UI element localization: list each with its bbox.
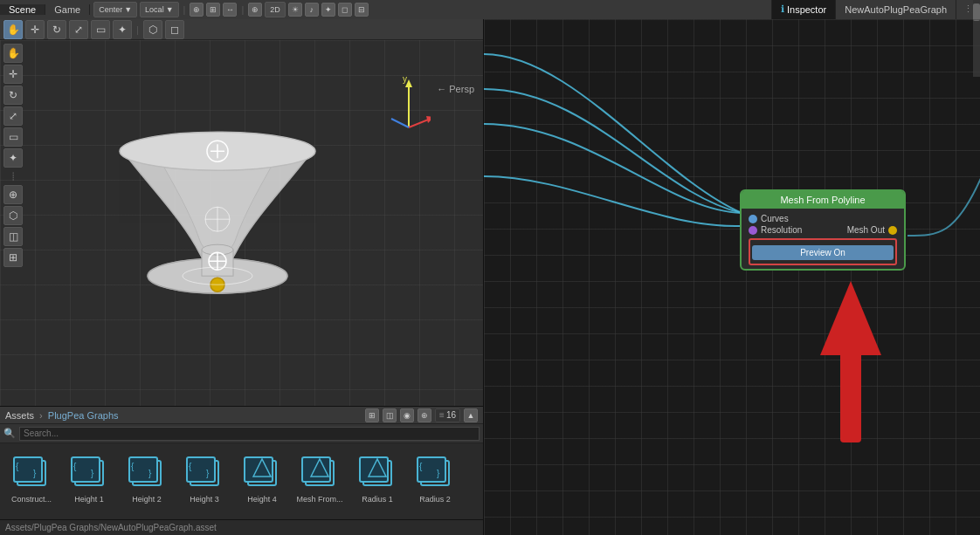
tab-inspector[interactable]: ℹ Inspector bbox=[772, 0, 836, 19]
asset-icon-radius1 bbox=[356, 450, 398, 492]
2d-btn[interactable]: 2D bbox=[265, 2, 286, 17]
node-header: Mesh From Polyline bbox=[742, 191, 904, 209]
node-button-container: Preview On bbox=[749, 238, 897, 265]
asset-label-radius1: Radius 1 bbox=[362, 495, 393, 504]
lt-hand[interactable]: ✋ bbox=[3, 44, 23, 63]
asset-label-construct: Construct... bbox=[11, 495, 52, 504]
arrow-annotation bbox=[781, 277, 921, 469]
asset-icon-meshfrom bbox=[299, 450, 341, 492]
asset-label-height3: Height 3 bbox=[190, 495, 219, 504]
svg-rect-42 bbox=[302, 457, 330, 482]
center-btn[interactable]: Center ▼ bbox=[93, 2, 137, 17]
toolbar-icon-2[interactable]: ⊞ bbox=[206, 3, 220, 17]
node-body: Curves Resolution Mesh Out Preview On bbox=[742, 209, 904, 269]
tool-transform[interactable]: ✦ bbox=[113, 20, 132, 39]
asset-label-height2: Height 2 bbox=[132, 495, 162, 504]
lt-rect[interactable]: ▭ bbox=[3, 127, 23, 147]
svg-text:y: y bbox=[403, 75, 407, 84]
lt-extra4[interactable]: ⊞ bbox=[3, 248, 23, 267]
assets-icon-3[interactable]: ◉ bbox=[400, 408, 414, 422]
port-row-resolution: Resolution Mesh Out bbox=[749, 225, 897, 235]
asset-icon-height2: { } bbox=[126, 450, 168, 492]
toolbar-icon-light[interactable]: ☀ bbox=[288, 3, 302, 17]
asset-item-height1[interactable]: { } Height 1 bbox=[63, 450, 115, 504]
assets-toolbar: 🔍 bbox=[0, 424, 483, 443]
tab-scene[interactable]: Scene bbox=[0, 4, 45, 15]
svg-rect-39 bbox=[245, 457, 273, 482]
scene-toolbar: ✋ ✛ ↻ ⤢ ▭ ✦ | ⬡ ◻ bbox=[0, 19, 483, 40]
port-resolution-dot bbox=[749, 226, 757, 235]
tool-move[interactable]: ✛ bbox=[25, 20, 45, 39]
asset-label-height1: Height 1 bbox=[74, 495, 104, 504]
toolbar-icon-1[interactable]: ⊕ bbox=[190, 3, 204, 17]
y-axis-indicator: y bbox=[387, 75, 431, 138]
tab-game[interactable]: Game bbox=[45, 4, 90, 15]
asset-item-construct[interactable]: { } Construct... bbox=[5, 450, 58, 504]
persp-label: ← Persp bbox=[437, 84, 474, 94]
left-toolbar: ✋ ✛ ↻ ⤢ ▭ ✦ ⁞ ⊕ ⬡ ◫ ⊞ bbox=[0, 40, 26, 271]
connections-svg bbox=[484, 19, 980, 535]
asset-item-meshfrom[interactable]: Mesh From... bbox=[293, 450, 346, 504]
asset-item-height2[interactable]: { } Height 2 bbox=[121, 450, 173, 504]
3d-mesh bbox=[95, 114, 340, 324]
tool-extra1[interactable]: ⬡ bbox=[143, 20, 162, 39]
asset-label-meshfrom: Mesh From... bbox=[296, 495, 342, 504]
lt-extra3[interactable]: ◫ bbox=[3, 227, 23, 246]
lt-scale[interactable]: ⤢ bbox=[3, 106, 23, 126]
toolbar-icon-3[interactable]: ↔ bbox=[223, 3, 237, 17]
tool-hand[interactable]: ✋ bbox=[3, 20, 23, 39]
mesh-svg bbox=[95, 114, 340, 324]
right-panel: Mesh From Polyline Curves Resolution Mes… bbox=[484, 19, 980, 535]
status-path: Assets/PlugPea Graphs/NewAutoPlugPeaGrap… bbox=[5, 523, 217, 532]
port-row-curves: Curves bbox=[749, 214, 897, 223]
toolbar-icon-sky[interactable]: ◻ bbox=[338, 3, 352, 17]
lt-extra2[interactable]: ⬡ bbox=[3, 206, 23, 225]
assets-icon-2[interactable]: ◫ bbox=[383, 408, 397, 422]
tool-extra2[interactable]: ◻ bbox=[165, 20, 184, 39]
tab-graph[interactable]: NewAutoPlugPeaGraph bbox=[836, 0, 956, 19]
local-btn[interactable]: Local ▼ bbox=[140, 2, 178, 17]
tool-rect[interactable]: ▭ bbox=[91, 20, 110, 39]
asset-icon-construct: { } bbox=[10, 450, 52, 492]
node-mesh-from-polyline: Mesh From Polyline Curves Resolution Mes… bbox=[740, 189, 906, 271]
assets-title: Assets › PlugPea Graphs bbox=[5, 410, 119, 421]
assets-scroll-up[interactable]: ▲ bbox=[464, 408, 478, 422]
port-mesh-out-right: Mesh Out bbox=[847, 225, 897, 235]
port-mesh-out-dot bbox=[888, 226, 897, 235]
toolbar-icon-pivot[interactable]: ⊕ bbox=[248, 3, 262, 17]
assets-icon-4[interactable]: ⊕ bbox=[418, 408, 431, 422]
search-icon: 🔍 bbox=[3, 428, 16, 439]
asset-icon-height3: { } bbox=[183, 450, 225, 492]
asset-icon-height4 bbox=[241, 450, 283, 492]
lt-extra1[interactable]: ⊕ bbox=[3, 185, 23, 204]
port-curves-dot bbox=[749, 215, 757, 223]
toolbar-icon-grid2[interactable]: ⊟ bbox=[355, 3, 369, 17]
axis-svg: y bbox=[387, 75, 431, 136]
asset-item-height3[interactable]: { } Height 3 bbox=[178, 450, 231, 504]
toolbar-icon-fx[interactable]: ✦ bbox=[321, 3, 335, 17]
lt-transform[interactable]: ✦ bbox=[3, 148, 23, 168]
svg-marker-52 bbox=[820, 281, 881, 355]
tool-rotate[interactable]: ↻ bbox=[47, 20, 66, 39]
scene-viewport: ✋ ✛ ↻ ⤢ ▭ ✦ ⁞ ⊕ ⬡ ◫ ⊞ bbox=[0, 40, 483, 406]
assets-search-input[interactable] bbox=[19, 427, 480, 441]
lt-rotate[interactable]: ↻ bbox=[3, 86, 23, 105]
preview-button[interactable]: Preview On bbox=[752, 245, 894, 260]
asset-item-height4[interactable]: Height 4 bbox=[236, 450, 288, 504]
asset-label-radius2: Radius 2 bbox=[419, 495, 451, 504]
svg-line-4 bbox=[391, 119, 409, 127]
asset-item-radius1[interactable]: Radius 1 bbox=[351, 450, 404, 504]
left-panel: ✋ ✛ ↻ ⤢ ▭ ✦ | ⬡ ◻ ✋ ✛ ↻ ⤢ ▭ ✦ ⁞ ⊕ ⬡ ◫ bbox=[0, 19, 484, 535]
assets-icon-1[interactable]: ⊞ bbox=[365, 408, 379, 422]
asset-item-radius2[interactable]: { } Radius 2 bbox=[409, 450, 461, 504]
tool-scale[interactable]: ⤢ bbox=[69, 20, 88, 39]
asset-icon-radius2: { } bbox=[414, 450, 456, 492]
toolbar-icon-audio[interactable]: ♪ bbox=[305, 3, 319, 17]
assets-folder-link[interactable]: PlugPea Graphs bbox=[48, 410, 119, 421]
asset-icon-height1: { } bbox=[68, 450, 110, 492]
graph-canvas[interactable]: Mesh From Polyline Curves Resolution Mes… bbox=[484, 19, 980, 535]
status-bar: Assets/PlugPea Graphs/NewAutoPlugPeaGrap… bbox=[0, 519, 483, 535]
top-toolbar: Scene Game Center ▼ Local ▼ | ⊕ ⊞ ↔ | ⊕ … bbox=[0, 0, 980, 19]
lt-move[interactable]: ✛ bbox=[3, 65, 23, 84]
bottom-panel: Assets › PlugPea Graphs ⊞ ◫ ◉ ⊕ ≡ 16 ▲ bbox=[0, 406, 483, 519]
